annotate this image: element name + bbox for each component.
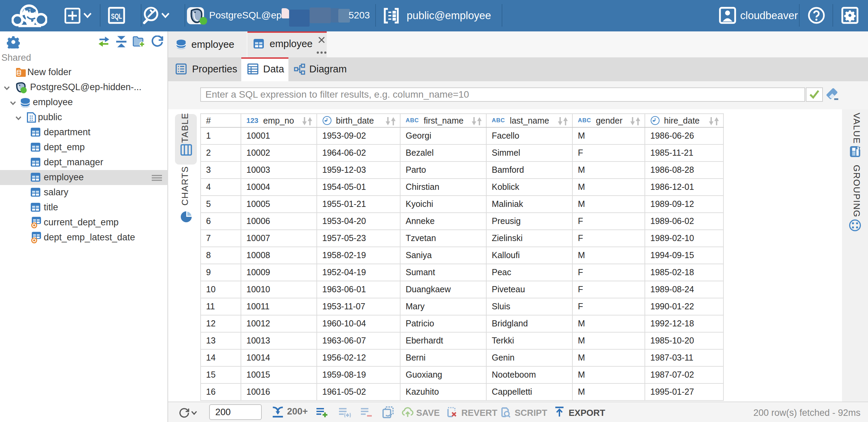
svg-text:SQL: SQL: [111, 12, 122, 20]
